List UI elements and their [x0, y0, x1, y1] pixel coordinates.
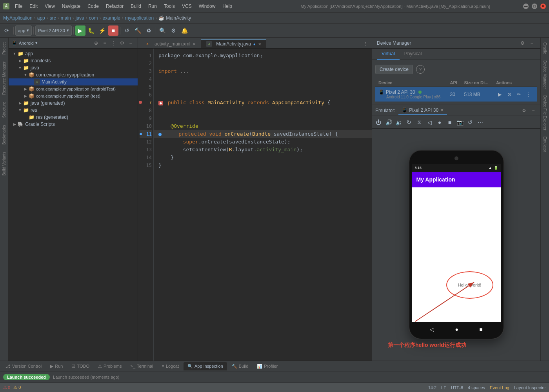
breadcrumb-src[interactable]: src: [50, 15, 56, 21]
tree-item-app[interactable]: ▼ 📁 app: [9, 50, 138, 57]
tree-item-res-generated[interactable]: 📁 res (generated): [9, 114, 138, 121]
breadcrumb-main[interactable]: main: [61, 15, 71, 21]
menu-help[interactable]: Help: [219, 3, 235, 10]
tab-close-button[interactable]: ✕: [258, 42, 261, 46]
tree-item-manifests[interactable]: ▶ 📁 manifests: [9, 57, 138, 64]
profile-button[interactable]: ⚡: [97, 25, 107, 36]
back-button[interactable]: ◁: [425, 118, 434, 127]
tab-device-file-explorer[interactable]: Device File Explorer: [542, 92, 548, 133]
close-button[interactable]: ✕: [540, 4, 546, 9]
tab-resource-manager[interactable]: Resource Manager: [1, 58, 7, 98]
notifications-button[interactable]: 🔔: [180, 25, 190, 36]
tree-item-java[interactable]: ▼ 📁 java: [9, 64, 138, 71]
tab-mainactivity-java[interactable]: J MainActivity.java ● ✕: [201, 39, 266, 48]
tree-item-package-androidtest[interactable]: ▶ 📦 com.example.myapplication (androidTe…: [9, 85, 138, 93]
add-button[interactable]: ⊕: [92, 39, 100, 47]
menu-vcs[interactable]: VCS: [179, 3, 195, 10]
snapshot-button[interactable]: ●: [435, 118, 444, 127]
device-help-button[interactable]: ?: [416, 65, 425, 74]
tab-emulator-side[interactable]: Emulator: [542, 133, 548, 155]
more-button[interactable]: ⋯: [476, 118, 485, 127]
event-log-button[interactable]: Event Log: [490, 385, 509, 390]
tab-version-control[interactable]: ⎇ Version Control: [2, 362, 45, 370]
tab-build[interactable]: 🔨 Build: [228, 362, 252, 370]
menu-tools[interactable]: Tools: [161, 3, 178, 10]
wipe-data-button[interactable]: ⊘: [505, 91, 513, 98]
edit-device-button[interactable]: ✏: [515, 91, 523, 98]
breadcrumb-mainactivity[interactable]: ☕: [158, 15, 164, 21]
error-indicator[interactable]: ⚠ 0: [3, 385, 10, 390]
sync-project-button[interactable]: ↺: [122, 25, 132, 36]
tab-structure[interactable]: Structure: [1, 99, 7, 121]
menu-file[interactable]: File: [12, 3, 25, 10]
tab-physical[interactable]: Physical: [400, 49, 427, 60]
tab-device-manager-side[interactable]: Device Manager: [542, 57, 548, 92]
breadcrumb-mainactivity-label[interactable]: MainActivity: [166, 15, 191, 21]
editor-tab-menu[interactable]: ⋮: [361, 40, 370, 48]
breadcrumb-myapplication[interactable]: MyApplication: [3, 15, 33, 21]
menu-navigate[interactable]: Navigate: [59, 3, 84, 10]
tab-profiler[interactable]: 📊 Profiler: [253, 362, 282, 370]
tab-build-variants[interactable]: Build Variants: [1, 149, 7, 179]
find-button[interactable]: 🔍: [158, 25, 168, 36]
warning-indicator[interactable]: ⚠ 0: [13, 385, 21, 390]
menu-code[interactable]: Code: [84, 3, 102, 10]
launch-emulator-button[interactable]: ▶: [496, 91, 504, 98]
tab-gradle[interactable]: Gradle: [542, 39, 548, 57]
show-options-button[interactable]: ⋮: [109, 39, 117, 47]
menu-run[interactable]: Run: [145, 3, 160, 10]
minimize-button[interactable]: —: [523, 4, 529, 9]
tree-item-package-test[interactable]: ▶ 📦 com.example.myapplication (test): [9, 93, 138, 100]
settings-button[interactable]: ⚙: [169, 25, 179, 36]
tab-bookmarks[interactable]: Bookmarks: [1, 122, 7, 148]
volume-up-button[interactable]: 🔊: [384, 118, 393, 127]
run-button[interactable]: ▶: [75, 25, 85, 36]
breadcrumb-app[interactable]: app: [37, 15, 45, 21]
tab-activity-main-xml[interactable]: X activity_main.xml ✕: [140, 39, 200, 48]
tab-virtual[interactable]: Virtual: [377, 49, 400, 60]
make-button[interactable]: 🔨: [133, 25, 143, 36]
create-device-button[interactable]: Create device: [375, 65, 413, 74]
tab-terminal[interactable]: >_ Terminal: [126, 362, 157, 370]
tree-item-java-generated[interactable]: ▶ 📁 java (generated): [9, 100, 138, 107]
device-manager-gear[interactable]: ⚙: [518, 39, 526, 47]
stop-button[interactable]: ■: [108, 25, 118, 36]
breadcrumb-java[interactable]: java: [76, 15, 84, 21]
menu-refactor[interactable]: Refactor: [103, 3, 127, 10]
maximize-button[interactable]: □: [532, 4, 537, 9]
breadcrumb-com[interactable]: com: [89, 15, 98, 21]
emulator-minus-button[interactable]: −: [529, 107, 537, 114]
menu-build[interactable]: Build: [127, 3, 144, 10]
more-options-button[interactable]: ⋮: [524, 91, 532, 98]
collapse-all-button[interactable]: ≡: [101, 39, 109, 47]
rotate-button[interactable]: ↻: [404, 118, 414, 127]
tree-item-res[interactable]: ▼ 📁 res: [9, 107, 138, 114]
breadcrumb-myapplication2[interactable]: myapplication: [125, 15, 154, 21]
tab-close-button[interactable]: ✕: [193, 42, 196, 46]
emulator-settings-button[interactable]: ⚙: [520, 107, 528, 114]
nav-recent-icon[interactable]: ■: [479, 326, 482, 332]
device-dropdown[interactable]: Pixel 2 API 30 ▾: [35, 25, 72, 36]
debug-button[interactable]: 🐛: [86, 25, 96, 36]
emulator-tab[interactable]: 📱 Pixel 2 API 30 ✕: [398, 106, 447, 115]
tab-run[interactable]: ▶ Run: [46, 362, 67, 370]
sync-button[interactable]: ⟳: [2, 25, 12, 36]
fold-button[interactable]: ⧖: [414, 118, 424, 127]
tab-problems[interactable]: ⚠ Problems: [94, 362, 125, 370]
tab-app-inspection[interactable]: 🔍 App Inspection: [184, 362, 227, 370]
volume-down-button[interactable]: 🔉: [394, 118, 404, 127]
gear-icon[interactable]: ⚙: [118, 39, 126, 47]
menu-edit[interactable]: Edit: [26, 3, 41, 10]
menu-view[interactable]: View: [42, 3, 58, 10]
code-editor[interactable]: package com.example.myapplication; impor…: [154, 49, 372, 361]
emulator-close-button[interactable]: ✕: [440, 107, 444, 113]
nav-home-icon[interactable]: ●: [455, 326, 458, 332]
menu-window[interactable]: Window: [196, 3, 219, 10]
invalidate-button[interactable]: ♻: [144, 25, 154, 36]
tree-item-gradle[interactable]: ▶ 🐘 Gradle Scripts: [9, 121, 138, 128]
breadcrumb-example[interactable]: example: [102, 15, 120, 21]
power-button[interactable]: ⏻: [374, 118, 383, 127]
tab-project[interactable]: Project: [1, 39, 7, 58]
device-manager-minus[interactable]: −: [528, 39, 536, 47]
layout-inspector-button[interactable]: Layout Inspector: [514, 385, 546, 390]
